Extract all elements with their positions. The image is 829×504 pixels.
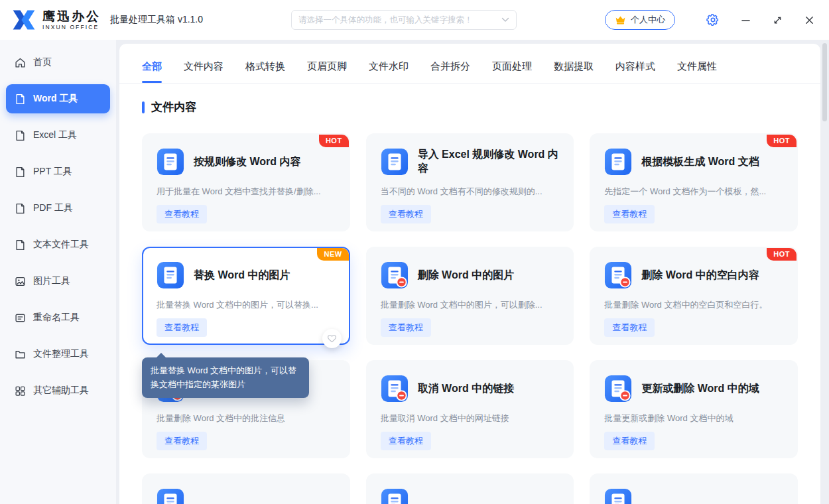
file-icon: [15, 94, 26, 105]
feature-card-partial[interactable]: [590, 473, 798, 504]
feature-card-partial[interactable]: [366, 473, 574, 504]
section-accent-bar: [142, 101, 145, 113]
view-tutorial-button[interactable]: 查看教程: [381, 205, 431, 223]
user-center-label: 个人中心: [631, 14, 665, 26]
function-search-select[interactable]: [291, 10, 517, 30]
sidebar-item-5[interactable]: 文本文件工具: [6, 230, 110, 259]
view-tutorial-button[interactable]: 查看教程: [604, 432, 655, 450]
feature-card[interactable]: 导入 Excel 规则修改 Word 内容 当不同的 Word 文档有不同的修改…: [366, 133, 574, 231]
card-description: 批量更新或删除 Word 文档中的域: [604, 412, 783, 424]
tab-7[interactable]: 数据提取: [554, 60, 594, 83]
tab-0[interactable]: 全部: [142, 60, 162, 83]
card-description: 当不同的 Word 文档有不同的修改规则的...: [381, 186, 560, 198]
tab-6[interactable]: 页面处理: [492, 60, 532, 83]
main-area: 全部文件内容格式转换页眉页脚文件水印合并拆分页面处理数据提取内容样式文件属性 文…: [116, 40, 829, 504]
x-logo-icon: [11, 9, 37, 31]
minimize-button[interactable]: [739, 13, 752, 27]
sidebar-item-0[interactable]: 首页: [6, 48, 110, 77]
tab-3[interactable]: 页眉页脚: [307, 60, 347, 83]
sidebar-item-3[interactable]: PPT 工具: [6, 157, 110, 186]
tooltip-text: 批量替换 Word 文档中的图片，可以替换文档中指定的某张图片: [151, 365, 296, 389]
feature-card-grid: 批量替换 Word 文档中的图片，可以替换文档中指定的某张图片 HOT 按规则修…: [142, 133, 798, 504]
tab-4[interactable]: 文件水印: [369, 60, 409, 83]
sidebar-item-1[interactable]: Word 工具: [6, 84, 110, 113]
tab-8[interactable]: 内容样式: [615, 60, 655, 83]
tab-content: 文件内容 批量替换 Word 文档中的图片，可以替换文档中指定的某张图片 HOT…: [119, 84, 820, 504]
feature-tooltip: 批量替换 Word 文档中的图片，可以替换文档中指定的某张图片: [142, 357, 309, 398]
file-icon: [15, 239, 26, 251]
view-tutorial-button[interactable]: 查看教程: [381, 432, 431, 450]
word-doc-icon: [604, 148, 632, 176]
feature-card[interactable]: 更新或删除 Word 中的域 批量更新或删除 Word 文档中的域 查看教程: [590, 360, 798, 458]
sidebar-item-label: PPT 工具: [33, 166, 72, 178]
word-doc-icon: [604, 375, 632, 403]
sidebar-item-8[interactable]: 文件整理工具: [6, 340, 110, 369]
tab-1[interactable]: 文件内容: [184, 60, 223, 83]
view-tutorial-button[interactable]: 查看教程: [381, 318, 431, 337]
sidebar-item-2[interactable]: Excel 工具: [6, 121, 110, 150]
feature-card[interactable]: 取消 Word 中的链接 批量取消 Word 文档中的网址链接 查看教程: [366, 360, 574, 458]
card-description: 批量删除 Word 文档中的图片，可以删除...: [381, 299, 560, 311]
tab-5[interactable]: 合并拆分: [430, 60, 470, 83]
card-title: 按规则修改 Word 内容: [194, 155, 300, 169]
card-title: 删除 Word 中的图片: [418, 269, 514, 283]
word-doc-icon: [381, 488, 409, 504]
word-doc-icon: [157, 488, 184, 504]
card-description: 批量删除 Word 文档中的空白页和空白行。: [604, 299, 783, 311]
card-description: 先指定一个 Word 文档作为一个模板，然...: [604, 186, 783, 198]
sidebar-item-9[interactable]: 其它辅助工具: [6, 376, 110, 405]
sidebar-item-label: PDF 工具: [33, 202, 73, 214]
section-header: 文件内容: [142, 99, 798, 115]
user-center-button[interactable]: 个人中心: [605, 10, 675, 30]
scrollbar-thumb[interactable]: [822, 43, 827, 121]
card-title: 更新或删除 Word 中的域: [641, 382, 759, 396]
view-tutorial-button[interactable]: 查看教程: [157, 318, 207, 337]
app-logo: 鹰迅办公 INXUN OFFICE: [11, 9, 101, 31]
search-input[interactable]: [298, 15, 497, 25]
maximize-button[interactable]: [771, 13, 784, 27]
close-button[interactable]: [802, 13, 816, 27]
view-tutorial-button[interactable]: 查看教程: [157, 432, 207, 450]
sidebar-item-6[interactable]: 图片工具: [6, 267, 110, 296]
tools-icon: [15, 385, 26, 397]
favorite-button[interactable]: [322, 329, 342, 348]
feature-card[interactable]: HOT 删除 Word 中的空白内容 批量删除 Word 文档中的空白页和空白行…: [590, 247, 798, 345]
feature-card-partial[interactable]: [142, 473, 350, 504]
sidebar-item-4[interactable]: PDF 工具: [6, 194, 110, 223]
card-header: [381, 487, 560, 504]
feature-card[interactable]: HOT 根据模板生成 Word 文档 先指定一个 Word 文档作为一个模板，然…: [590, 133, 798, 231]
card-description: 批量删除 Word 文档中的批注信息: [157, 412, 336, 424]
view-tutorial-button[interactable]: 查看教程: [157, 205, 207, 223]
sidebar-item-label: Excel 工具: [33, 129, 77, 141]
sidebar-item-7[interactable]: 重命名工具: [6, 303, 110, 332]
feature-card[interactable]: 删除 Word 中的图片 批量删除 Word 文档中的图片，可以删除... 查看…: [366, 247, 574, 345]
file-icon: [15, 203, 26, 214]
card-badge: HOT: [319, 135, 349, 147]
image-icon: [15, 276, 26, 287]
window-controls: [739, 13, 816, 27]
chevron-down-icon[interactable]: [501, 17, 509, 23]
card-title: 导入 Excel 规则修改 Word 内容: [418, 148, 560, 176]
word-doc-icon: [604, 488, 632, 504]
card-title: 删除 Word 中的空白内容: [641, 269, 759, 283]
settings-button[interactable]: [706, 13, 720, 27]
logo-text: 鹰迅办公 INXUN OFFICE: [42, 10, 101, 31]
card-header: 删除 Word 中的空白内容: [604, 260, 783, 290]
sidebar-item-label: 首页: [33, 56, 52, 68]
view-tutorial-button[interactable]: 查看教程: [604, 318, 655, 337]
card-title: 根据模板生成 Word 文档: [641, 155, 759, 169]
tab-9[interactable]: 文件属性: [677, 60, 717, 83]
file-icon: [15, 130, 26, 141]
feature-card[interactable]: HOT 按规则修改 Word 内容 用于批量在 Word 文档中查找并替换/删除…: [142, 133, 350, 231]
section-title: 文件内容: [151, 99, 196, 115]
sidebar-item-label: 文本文件工具: [33, 239, 89, 251]
body: 首页 Word 工具 Excel 工具 PPT 工具 PDF 工具 文本文件工具…: [0, 40, 829, 504]
view-tutorial-button[interactable]: 查看教程: [604, 205, 655, 223]
content-panel: 全部文件内容格式转换页眉页脚文件水印合并拆分页面处理数据提取内容样式文件属性 文…: [119, 44, 820, 504]
feature-card[interactable]: NEW 替换 Word 中的图片 批量替换 Word 文档中的图片，可以替换..…: [142, 247, 350, 345]
tab-2[interactable]: 格式转换: [245, 60, 285, 83]
card-header: 根据模板生成 Word 文档: [604, 147, 783, 177]
sidebar-item-label: 其它辅助工具: [33, 385, 89, 397]
app-window: 鹰迅办公 INXUN OFFICE 批量处理工具箱 v1.1.0 个人中心: [0, 0, 829, 504]
card-description: 批量取消 Word 文档中的网址链接: [381, 412, 560, 424]
